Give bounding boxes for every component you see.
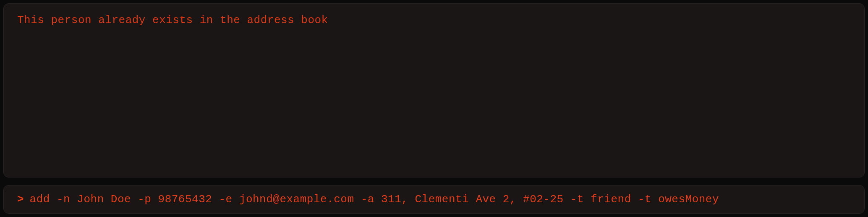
command-input-panel[interactable]: >: [3, 185, 865, 214]
command-input[interactable]: [30, 193, 851, 206]
status-message: This person already exists in the addres…: [17, 14, 328, 26]
result-display-panel: This person already exists in the addres…: [3, 3, 865, 177]
prompt-symbol: >: [17, 193, 24, 206]
